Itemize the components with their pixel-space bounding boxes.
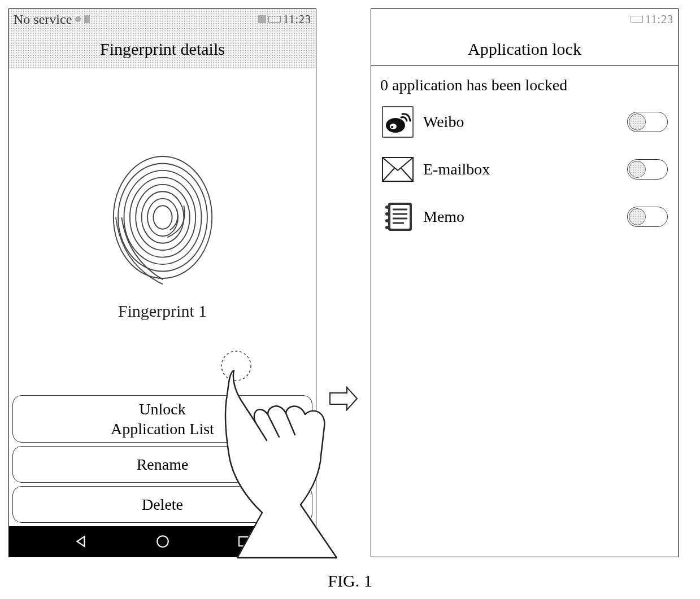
app-row-email: E-mailbox <box>376 153 673 186</box>
locked-count-label: 0 application has been locked <box>371 66 678 100</box>
app-name-label: Weibo <box>423 113 618 131</box>
clock-text: 11:23 <box>283 13 311 26</box>
figure-caption: FIG. 1 <box>328 571 372 591</box>
sim-icon <box>84 15 90 23</box>
unlock-line2: Application List <box>13 419 312 439</box>
app-lock-toggle[interactable] <box>627 112 668 132</box>
svg-point-25 <box>385 226 389 229</box>
recent-icon[interactable] <box>235 533 252 550</box>
page-title: Application lock <box>371 29 678 66</box>
toggle-knob <box>629 208 646 225</box>
phone-right: 11:23 Application lock 0 application has… <box>371 8 679 557</box>
svg-point-6 <box>118 163 207 271</box>
svg-point-14 <box>391 126 393 128</box>
alarm-icon <box>258 15 266 23</box>
arrow-right-icon <box>328 383 359 414</box>
status-bar: No service 11:23 <box>9 9 316 29</box>
svg-point-4 <box>129 177 195 257</box>
app-row-weibo: Weibo <box>376 106 673 138</box>
fingerprint-icon <box>103 141 222 294</box>
unlock-line1: Unlock <box>13 399 312 419</box>
home-icon[interactable] <box>154 533 171 550</box>
app-lock-toggle[interactable] <box>627 159 668 180</box>
battery-icon <box>268 16 281 23</box>
svg-point-8 <box>157 536 168 547</box>
status-bar: 11:23 <box>371 9 678 29</box>
svg-point-23 <box>385 212 389 216</box>
mail-icon <box>381 153 414 186</box>
app-lock-toggle[interactable] <box>627 207 668 227</box>
page-title: Fingerprint details <box>9 29 316 69</box>
unlock-app-list-button[interactable]: Unlock Application List <box>12 395 312 443</box>
toggle-knob <box>629 113 646 130</box>
svg-rect-9 <box>239 537 248 546</box>
svg-point-7 <box>113 156 211 278</box>
fingerprint-name-label: Fingerprint 1 <box>118 301 207 321</box>
clock-text: 11:23 <box>645 13 673 26</box>
rename-button[interactable]: Rename <box>12 446 312 483</box>
back-icon[interactable] <box>73 533 90 550</box>
svg-point-3 <box>136 185 190 250</box>
signal-icon <box>75 16 81 22</box>
android-navbar <box>9 526 316 557</box>
app-name-label: Memo <box>423 208 618 226</box>
app-list: Weibo E-mailbox <box>371 100 678 239</box>
app-name-label: E-mailbox <box>423 160 618 178</box>
svg-point-0 <box>153 206 172 229</box>
delete-button[interactable]: Delete <box>12 486 312 523</box>
svg-point-13 <box>390 124 397 129</box>
toggle-knob <box>629 161 646 178</box>
svg-point-22 <box>385 206 389 209</box>
battery-icon <box>631 16 643 23</box>
svg-point-24 <box>385 219 389 222</box>
network-status: No service <box>14 12 72 27</box>
phone-left: No service 11:23 Fingerprint details <box>8 8 316 557</box>
button-stack: Unlock Application List Rename Delete <box>9 393 316 526</box>
app-row-memo: Memo <box>376 200 673 233</box>
main-content: Fingerprint 1 Unlock Application List Re… <box>9 69 316 526</box>
memo-icon <box>381 200 414 233</box>
weibo-icon <box>381 106 414 138</box>
svg-point-1 <box>147 199 178 236</box>
svg-rect-17 <box>390 205 410 229</box>
